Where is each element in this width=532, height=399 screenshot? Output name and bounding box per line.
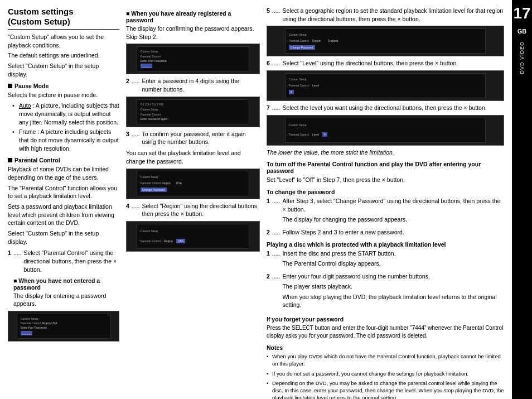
playing-step2: 2 ..... Enter your four-digit password u… (267, 272, 504, 311)
pause-mode-heading: Pause Mode (8, 83, 119, 89)
change-step1-text: After Step 3, select "Change Password" u… (282, 198, 500, 213)
change-step2-text: Follow Steps 2 and 3 to enter a new pass… (282, 228, 504, 237)
dvd-highlight-1: _ _ _ _ (21, 331, 32, 335)
pause-mode-list: Auto : A picture, including subjects tha… (8, 102, 119, 152)
page-tab: 17 GB DVD video (512, 0, 532, 399)
change-step2: 2 ..... Follow Steps 2 and 3 to enter a … (267, 228, 504, 237)
dvd-row-2: Parental Control Region USA (21, 321, 107, 325)
parental-p2: The "Parental Control" function allows y… (8, 184, 119, 200)
dvd-text-enter: Enter Your Password (21, 326, 47, 329)
square-bullet-pause (8, 84, 12, 88)
dvd-screen-step2: 0 1 2 3 4 5 6 7 8 9 Custom Setup Parenta… (126, 97, 260, 127)
note-1: When you play DVDs which do not have the… (267, 353, 504, 368)
playing-step1-extra: The Parental Control display appears. (282, 259, 395, 268)
dvd-screen-step7: Custom Setup Parental Control Level 4 (267, 115, 504, 146)
change-step1: 1 ..... After Step 3, select "Change Pas… (267, 197, 504, 225)
forget-heading: If you forget your password (267, 316, 504, 323)
left-column: Custom settings(Custom Setup) "Custom Se… (8, 7, 119, 399)
right-step7: 7 ..... Select the level you want using … (267, 104, 504, 112)
tab-label: DVD video (519, 41, 525, 74)
dvd-row-1: Custom Setup (21, 317, 107, 320)
middle-column: ■ When you have already registered a pas… (126, 7, 260, 399)
notes-section: Notes When you play DVDs which do not ha… (267, 344, 504, 399)
middle-step3: 3 ..... To confirm your password, enter … (126, 130, 260, 146)
page-number: 17 (513, 4, 530, 22)
step4-text: Select "Region" using the directional bu… (142, 202, 260, 218)
gb-label: GB (518, 28, 527, 35)
pause-mode-desc: Selects the picture in pause mode. (8, 91, 119, 99)
change-step1-extra: The display for changing the password ap… (282, 215, 504, 224)
right-column: 5 ..... Select a geographic region to se… (267, 7, 504, 399)
notes-list: When you play DVDs which do not have the… (267, 353, 504, 399)
dvd-row-4: _ _ _ _ (21, 331, 107, 335)
intro-p1: "Custom Setup" allows you to set the pla… (8, 33, 119, 49)
dvd-label-1: Custom Setup (21, 317, 38, 320)
step7-num: 7 (267, 104, 270, 112)
turn-off-text: Set "Level" to "Off" in Step 7, then pre… (267, 176, 504, 184)
turn-off-heading: To turn off the Parental Control functio… (267, 161, 504, 174)
note-3: Depending on the DVD, you may be asked t… (267, 379, 504, 399)
right-info-panel: To change the password 1 ..... After Ste… (267, 189, 504, 399)
intro-p3: Select "Custom Setup" in the setup displ… (8, 62, 119, 78)
step3-text: To confirm your password, enter it again… (142, 130, 260, 146)
step6-text: Select "Level" using the directional but… (282, 59, 504, 68)
dvd-row-3: Enter Your Password (21, 326, 107, 329)
playing-step2-extra2: When you stop playing the DVD, the playb… (282, 293, 504, 309)
middle-step2: 2 ..... Enter a password in 4 digits usi… (126, 77, 260, 93)
playing-step2-extra1: The player starts playback. (282, 282, 504, 291)
right-step5: 5 ..... Select a geographic region to se… (267, 7, 504, 23)
registered-heading: ■ When you have already registered a pas… (126, 10, 260, 23)
right-step6: 6 ..... Select "Level" using the directi… (267, 59, 504, 68)
playing-disc-heading: Playing a disc which is protected with a… (267, 241, 504, 248)
note-2: If you do not set a password, you cannot… (267, 370, 504, 377)
no-password-text: The display for entering a password appe… (8, 292, 119, 308)
dvd-screen-registered-inner: Custom Setup Parental Control Enter Your… (137, 46, 249, 71)
pause-auto-label: Auto (19, 102, 31, 109)
playing-step2-text: Enter your four-digit password using the… (282, 273, 429, 280)
middle-step4: 4 ..... Select "Region" using the direct… (126, 202, 260, 218)
notes-title: Notes (267, 344, 504, 351)
dvd-screen-step6: Custom Setup Parental Control Level 8 (267, 70, 504, 101)
step7-text: Select the level you want using the dire… (282, 104, 504, 112)
dvd-label-2: Parental Control (21, 321, 41, 325)
step3-num: 3 (126, 130, 129, 146)
no-password-heading: ■ When you have not entered a password (8, 277, 119, 291)
step5-text: Select a geographic region to set the st… (282, 7, 504, 23)
pause-frame-label: Frame (19, 128, 36, 135)
playing-step1-text: Insert the disc and press the START butt… (282, 250, 395, 257)
dvd-screen-no-password-inner: Custom Setup Parental Control Region USA… (17, 314, 110, 339)
lower-note: The lower the value, the more strict the… (267, 148, 504, 157)
dvd-screen-no-password: Custom Setup Parental Control Region USA… (8, 311, 119, 342)
pause-frame-item: Frame : A picture including subjects tha… (12, 128, 119, 152)
dvd-screen-step3: Custom Setup Parental Control Region USA… (126, 169, 260, 199)
playing-step1: 1 ..... Insert the disc and press the ST… (267, 249, 504, 270)
forget-text: Press the SELECT button and enter the fo… (267, 324, 504, 340)
dvd-text-region: Region USA (42, 321, 57, 325)
step2-text: Enter a password in 4 digits using the n… (142, 77, 260, 93)
left-step1-text: Select "Parental Control" using the dire… (23, 249, 119, 273)
parental-p3: Sets a password and playback limitation … (8, 203, 119, 227)
dvd-screen-registered: Custom Setup Parental Control Enter Your… (126, 44, 260, 74)
step3-extra: You can set the playback limitation leve… (126, 149, 260, 165)
step4-num: 4 (126, 202, 129, 218)
parental-p1: Playback of some DVDs can be limited dep… (8, 165, 119, 181)
pause-auto-item: Auto : A picture, including subjects tha… (12, 102, 119, 126)
step5-num: 5 (267, 7, 270, 23)
page-container: 17 GB DVD video Custom settings(Custom S… (0, 0, 532, 399)
square-bullet-parental (8, 158, 12, 162)
dvd-screen-step4: Custom Setup Parental Control Region USA (126, 221, 260, 252)
registered-text: The display for confirming the password … (126, 25, 260, 41)
dvd-screen-step5: Custom Setup Parental Control Region Eng… (267, 26, 504, 56)
square-bullet-registered: ■ (126, 10, 131, 17)
square-bullet-small: ■ (13, 277, 18, 284)
parental-p4: Select "Custom Setup" in the setup displ… (8, 229, 119, 246)
section-title: Custom settings(Custom Setup) (8, 7, 119, 30)
step6-num: 6 (267, 59, 270, 68)
change-password-heading: To change the password (267, 189, 504, 195)
left-step1-dots: ..... (13, 249, 22, 273)
left-step1: 1 ..... Select "Parental Control" using … (8, 249, 119, 273)
content-area: Custom settings(Custom Setup) "Custom Se… (0, 0, 512, 399)
left-step1-num: 1 (8, 249, 11, 273)
intro-p2: The default settings are underlined. (8, 51, 119, 60)
step2-num: 2 (126, 77, 129, 93)
